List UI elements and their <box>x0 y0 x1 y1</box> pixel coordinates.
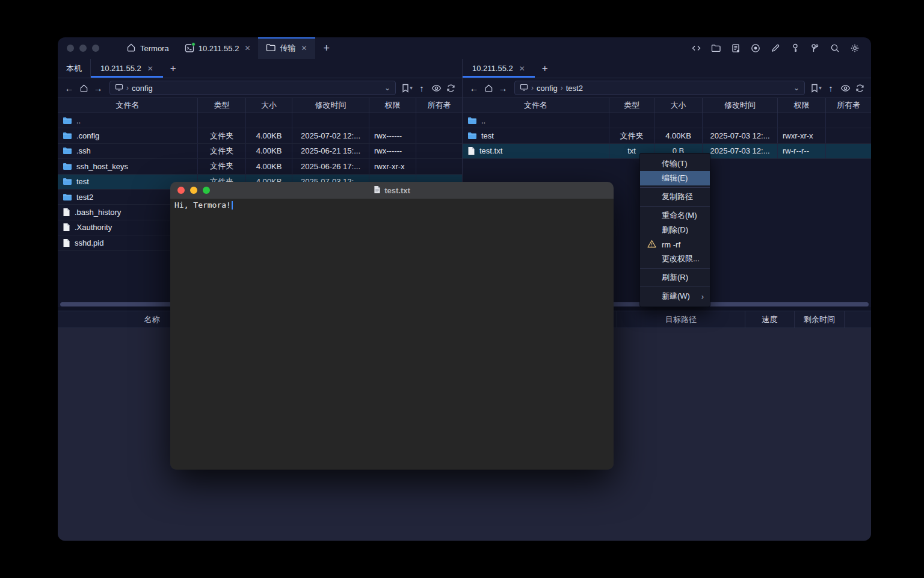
tab-termora[interactable]: Termora <box>119 37 177 59</box>
show-hidden-button[interactable] <box>430 81 443 95</box>
file-owner <box>416 113 462 128</box>
column-header[interactable]: 类型 <box>198 98 246 113</box>
table-row[interactable]: .config 文件夹 4.00KB 2025-07-02 12:... rwx… <box>58 128 462 143</box>
folder-icon <box>467 117 477 125</box>
editor-content[interactable]: Hi, Termora! <box>170 199 614 470</box>
column-header[interactable]: 大小 <box>246 98 292 113</box>
right-path-field[interactable]: › config › test2 ⌄ <box>514 81 805 95</box>
menu-separator <box>640 206 710 207</box>
file-type: 文件夹 <box>198 159 246 173</box>
upload-button[interactable]: ↑ <box>415 81 428 95</box>
gear-icon[interactable] <box>847 40 863 56</box>
column-header[interactable]: 大小 <box>654 98 703 113</box>
file-perm: rwxr-xr-x <box>778 128 826 143</box>
folder-icon[interactable] <box>708 40 724 56</box>
folder-icon <box>266 43 276 54</box>
table-row[interactable]: ssh_host_keys 文件夹 4.00KB 2025-06-26 17:.… <box>58 159 462 174</box>
keychain-icon[interactable] <box>807 40 823 56</box>
tab-local-machine[interactable]: 本机 <box>58 59 91 78</box>
home-button[interactable] <box>482 81 495 95</box>
close-window-button[interactable] <box>177 187 185 194</box>
column-header[interactable]: 速度 <box>745 311 795 328</box>
file-icon <box>374 185 381 196</box>
chevron-down-icon[interactable]: ⌄ <box>793 84 799 92</box>
context-menu-item[interactable]: 传输(T) › <box>640 157 710 171</box>
file-owner <box>826 128 871 143</box>
context-menu-item[interactable]: 新建(W) › <box>640 289 710 303</box>
tab-ssh-session[interactable]: 10.211.55.2 ✕ <box>177 37 259 59</box>
terminal-icon <box>185 43 194 53</box>
column-header[interactable]: 文件名 <box>463 98 609 113</box>
minimize-window-button[interactable] <box>190 187 197 194</box>
left-path-field[interactable]: › config ⌄ <box>109 81 396 95</box>
pencil-icon[interactable] <box>768 40 783 56</box>
context-menu-item[interactable]: 重命名(M) › <box>640 208 710 223</box>
context-menu-label: 编辑(E) <box>662 173 688 184</box>
file-size <box>246 113 292 128</box>
text-cursor <box>232 201 233 210</box>
close-tab-icon[interactable]: ✕ <box>147 64 153 73</box>
context-menu-item[interactable]: 更改权限... › <box>640 252 710 266</box>
file-icon <box>63 238 70 247</box>
record-icon[interactable] <box>748 40 763 56</box>
column-header[interactable]: 文件名 <box>58 98 198 113</box>
menu-separator <box>640 287 710 287</box>
column-header[interactable]: 所有者 <box>416 98 462 113</box>
table-row[interactable]: .. <box>463 113 871 128</box>
bookmark-button[interactable]: ▾ <box>810 81 823 95</box>
show-hidden-button[interactable] <box>839 81 852 95</box>
refresh-button[interactable] <box>853 81 866 95</box>
table-row[interactable]: test 文件夹 4.00KB 2025-07-03 12:... rwxr-x… <box>463 128 871 143</box>
table-row[interactable]: .ssh 文件夹 4.00KB 2025-06-21 15:... rwx---… <box>58 144 462 159</box>
column-header[interactable]: 修改时间 <box>292 98 369 113</box>
upload-button[interactable]: ↑ <box>824 81 837 95</box>
tab-right-host[interactable]: 10.211.55.2 ✕ <box>463 59 535 78</box>
code-icon[interactable] <box>688 40 704 56</box>
close-tab-icon[interactable]: ✕ <box>301 44 307 52</box>
context-menu-item[interactable]: rm -rf › <box>640 237 710 252</box>
tab-left-host[interactable]: 10.211.55.2 ✕ <box>91 59 163 78</box>
context-menu-item[interactable]: 刷新(R) › <box>640 270 710 285</box>
path-crumb[interactable]: config <box>537 84 558 93</box>
back-button[interactable]: ← <box>467 81 481 95</box>
tab-transfer[interactable]: 传输 ✕ <box>258 37 315 59</box>
context-menu-label: rm -rf <box>662 240 680 249</box>
bookmark-button[interactable]: ▾ <box>401 81 414 95</box>
refresh-button[interactable] <box>444 81 457 95</box>
close-tab-icon[interactable]: ✕ <box>244 44 250 52</box>
table-row[interactable]: .. <box>58 113 462 128</box>
new-tab-button[interactable]: + <box>315 37 339 59</box>
back-button[interactable]: ← <box>63 81 76 95</box>
key-icon[interactable] <box>787 40 803 56</box>
path-crumb[interactable]: config <box>132 84 153 93</box>
home-button[interactable] <box>77 81 90 95</box>
log-icon[interactable] <box>728 40 744 56</box>
context-menu-item[interactable]: 编辑(E) › <box>640 171 710 185</box>
crumb-separator: › <box>561 84 563 92</box>
column-header[interactable]: 权限 <box>778 98 826 113</box>
column-header[interactable]: 权限 <box>369 98 416 113</box>
file-owner <box>416 144 462 158</box>
column-header[interactable]: 目标路径 <box>617 311 745 328</box>
column-header[interactable]: 类型 <box>609 98 654 113</box>
add-panel-tab-button[interactable]: + <box>535 59 555 78</box>
chevron-down-icon[interactable]: ⌄ <box>384 84 390 92</box>
close-tab-icon[interactable]: ✕ <box>519 64 525 73</box>
search-icon[interactable] <box>827 40 843 56</box>
forward-button[interactable]: → <box>496 81 510 95</box>
file-name: .ssh <box>76 146 91 155</box>
column-header[interactable]: 所有者 <box>826 98 871 113</box>
left-panel-tabs: 本机 10.211.55.2 ✕ + <box>58 59 462 78</box>
context-menu-item[interactable]: 复制路径 › <box>640 190 710 204</box>
column-header[interactable]: 剩余时间 <box>795 311 845 328</box>
maximize-window-button[interactable] <box>92 45 99 52</box>
maximize-window-button[interactable] <box>203 187 210 194</box>
close-window-button[interactable] <box>67 45 74 52</box>
add-panel-tab-button[interactable]: + <box>163 59 183 78</box>
minimize-window-button[interactable] <box>79 45 87 52</box>
column-header[interactable]: 修改时间 <box>703 98 778 113</box>
path-crumb[interactable]: test2 <box>566 84 583 93</box>
context-menu-item[interactable]: 删除(D) › <box>640 223 710 237</box>
forward-button[interactable]: → <box>91 81 105 95</box>
context-menu-label: 传输(T) <box>662 158 688 169</box>
